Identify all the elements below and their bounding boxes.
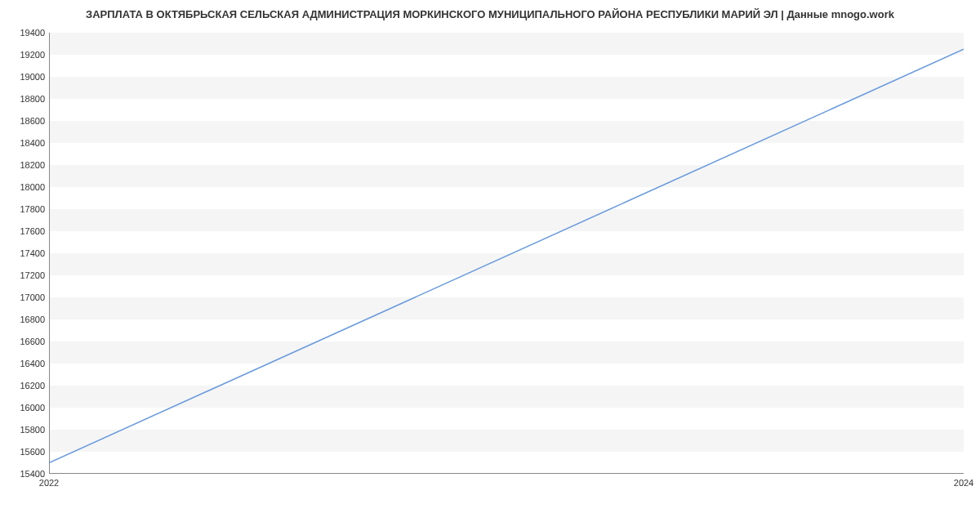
y-tick-label: 19400: [4, 28, 45, 38]
x-tick-label: 2024: [954, 478, 973, 488]
y-tick-label: 18600: [4, 116, 45, 126]
y-tick-label: 16600: [4, 337, 45, 346]
y-tick-label: 17400: [4, 248, 45, 258]
data-line: [49, 33, 964, 474]
chart-container: ЗАРПЛАТА В ОКТЯБРЬСКАЯ СЕЛЬСКАЯ АДМИНИСТ…: [0, 0, 980, 531]
y-tick-label: 16800: [4, 315, 45, 324]
chart-title: ЗАРПЛАТА В ОКТЯБРЬСКАЯ СЕЛЬСКАЯ АДМИНИСТ…: [0, 0, 980, 20]
y-tick-label: 18800: [4, 94, 45, 104]
y-tick-label: 18400: [4, 138, 45, 148]
y-tick-label: 18000: [4, 182, 45, 192]
y-tick-label: 15600: [4, 447, 45, 457]
y-tick-label: 19000: [4, 72, 45, 82]
y-tick-label: 17000: [4, 292, 45, 302]
x-tick-label: 2022: [39, 478, 59, 488]
y-tick-label: 16000: [4, 403, 45, 413]
y-tick-label: 16200: [4, 381, 45, 390]
y-tick-label: 15800: [4, 425, 45, 435]
y-tick-label: 17200: [4, 270, 45, 280]
y-tick-label: 16400: [4, 359, 45, 368]
y-tick-label: 17600: [4, 226, 45, 236]
plot-area: 1540015600158001600016200164001660016800…: [49, 33, 964, 474]
y-tick-label: 19200: [4, 50, 45, 60]
y-tick-label: 17800: [4, 204, 45, 214]
y-tick-label: 18200: [4, 160, 45, 170]
svg-line-0: [49, 49, 964, 462]
